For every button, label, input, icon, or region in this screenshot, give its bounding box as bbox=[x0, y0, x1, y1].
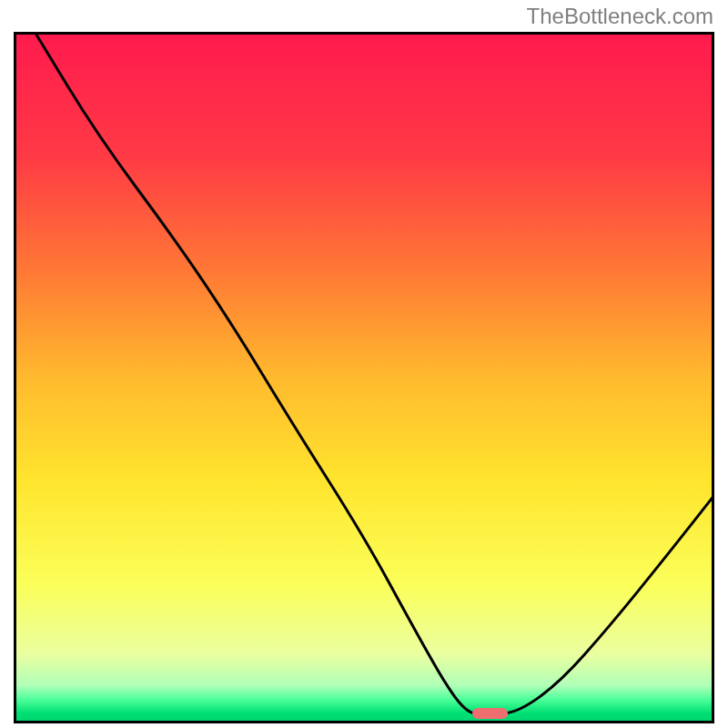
optimal-marker bbox=[472, 708, 508, 719]
chart-curve bbox=[14, 32, 714, 723]
watermark-text: TheBottleneck.com bbox=[527, 4, 713, 29]
chart-plot-area bbox=[14, 32, 714, 723]
chart-page: TheBottleneck.com bbox=[0, 0, 728, 728]
